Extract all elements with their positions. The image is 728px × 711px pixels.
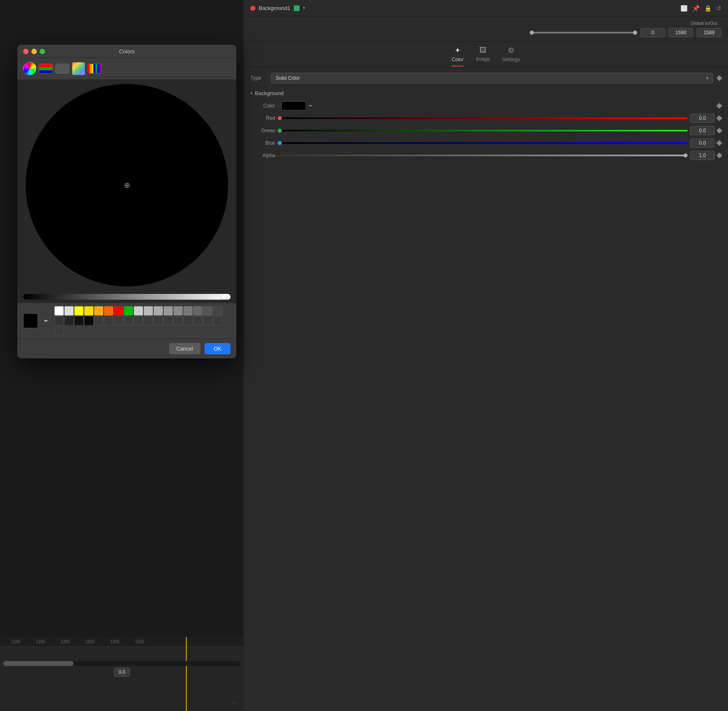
swatch-gray9[interactable]	[213, 306, 222, 315]
color-eyedropper-icon[interactable]: ✒	[309, 103, 313, 109]
swatch-empty13[interactable]	[213, 316, 222, 325]
cancel-button[interactable]: Cancel	[169, 343, 200, 354]
color-wheel-button[interactable]	[23, 62, 36, 75]
swatch-empty12[interactable]	[203, 316, 212, 325]
chevron-down-icon[interactable]: ▾	[303, 5, 305, 11]
swatch-empty6[interactable]	[144, 316, 153, 325]
dialog-eyedropper-icon[interactable]: ✒	[41, 316, 51, 326]
swatch-gray7[interactable]	[193, 306, 202, 315]
swatch-empty4[interactable]	[124, 316, 133, 325]
three-dots-button[interactable]: ...	[232, 698, 237, 704]
pin-icon[interactable]: 📌	[692, 5, 699, 12]
swatch-empty5[interactable]	[134, 316, 143, 325]
tab-image-label: Image	[476, 56, 490, 62]
swatch-green[interactable]	[124, 306, 133, 315]
type-select[interactable]: Solid Color ▾	[271, 73, 713, 84]
alpha-slider-thumb[interactable]	[683, 153, 688, 157]
refresh-icon[interactable]: ↺	[716, 5, 721, 12]
swatch-gray5[interactable]	[174, 306, 183, 315]
spectrum-button[interactable]	[72, 62, 85, 75]
red-slider-thumb[interactable]	[278, 116, 282, 120]
swatch-empty9[interactable]	[174, 316, 183, 325]
color-circle-area[interactable]: ⊕	[17, 80, 236, 291]
swatch-gray2[interactable]	[144, 306, 153, 315]
tab-color[interactable]: ✦ Color	[452, 46, 464, 67]
ok-button[interactable]: OK	[205, 343, 231, 354]
red-slider-track[interactable]	[278, 117, 688, 119]
green-slider-thumb[interactable]	[278, 129, 282, 133]
brightness-thumb[interactable]	[221, 294, 227, 300]
swatch-empty10[interactable]	[183, 316, 193, 325]
global-inout-section: Global In/Out 0 1590 1589	[244, 17, 728, 42]
swatch-empty1[interactable]	[94, 316, 103, 325]
swatch-orange[interactable]	[94, 306, 103, 315]
window-icon[interactable]: ⬜	[680, 5, 688, 12]
blue-value[interactable]: 0.0	[690, 138, 715, 148]
maximize-button[interactable]	[40, 49, 45, 54]
color-expand-icon[interactable]: ›	[278, 104, 279, 108]
swatch-gray8[interactable]	[203, 306, 212, 315]
section-background: ▾ Background	[250, 90, 721, 96]
swatch-empty11[interactable]	[193, 316, 202, 325]
swatch-darkorange[interactable]	[104, 306, 113, 315]
inout-value-mid[interactable]: 1590	[669, 28, 693, 37]
ruler-mark-1350: 1350	[127, 639, 152, 644]
swatch-lightgray[interactable]	[64, 306, 74, 315]
swatch-gray4[interactable]	[164, 306, 173, 315]
swatches-button[interactable]	[55, 64, 69, 74]
inout-value-left[interactable]: 0	[640, 28, 665, 37]
sliders-button[interactable]	[39, 64, 53, 74]
blue-diamond-icon	[716, 140, 722, 146]
red-slider-row: Red 0.0	[250, 114, 721, 123]
dialog-titlebar: Colors	[17, 45, 236, 58]
color-circle[interactable]: ⊕	[26, 84, 228, 286]
swatch-yellow[interactable]	[74, 306, 83, 315]
red-value[interactable]: 0.0	[690, 114, 715, 123]
section-chevron[interactable]: ▾	[250, 91, 252, 95]
swatch-empty7[interactable]	[154, 316, 163, 325]
blue-slider-thumb[interactable]	[278, 141, 282, 145]
timeline-value-box[interactable]: 0.0	[114, 668, 130, 677]
inout-track[interactable]	[530, 32, 637, 33]
color-preview-swatch[interactable]	[281, 101, 306, 110]
color-prop-row: Color › ✒	[250, 101, 721, 110]
minimize-button[interactable]	[31, 49, 37, 54]
swatch-gray6[interactable]	[183, 306, 193, 315]
swatch-gray12[interactable]	[74, 316, 83, 325]
tab-image[interactable]: 🖼 Image	[476, 46, 490, 67]
green-slider-track[interactable]	[278, 130, 688, 131]
swatch-empty14[interactable]	[55, 326, 64, 335]
alpha-slider-track[interactable]	[278, 155, 688, 156]
brightness-track[interactable]	[23, 294, 231, 300]
blue-slider-row: Blue 0.0	[250, 138, 721, 148]
swatch-red[interactable]	[114, 306, 123, 315]
pencils-button[interactable]	[88, 64, 102, 74]
inout-thumb-left[interactable]	[530, 31, 534, 35]
timeline-scroll-thumb[interactable]	[3, 661, 74, 666]
swatch-gray10[interactable]	[55, 316, 64, 325]
ruler-mark-1250: 1250	[78, 639, 102, 644]
timeline-track	[0, 647, 244, 659]
swatch-empty3[interactable]	[114, 316, 123, 325]
inout-value-right[interactable]: 1589	[697, 28, 721, 37]
lock-icon[interactable]: 🔒	[704, 5, 711, 12]
swatch-gold[interactable]	[84, 306, 93, 315]
swatch-empty2[interactable]	[104, 316, 113, 325]
blue-slider-track[interactable]	[278, 142, 688, 144]
timeline-scrollbar[interactable]	[3, 661, 240, 666]
close-button[interactable]	[23, 49, 29, 54]
swatch-empty8[interactable]	[164, 316, 173, 325]
inout-thumb-right[interactable]	[633, 31, 637, 35]
timeline-playhead[interactable]	[186, 637, 187, 647]
swatch-gray3[interactable]	[154, 306, 163, 315]
green-diamond-icon	[716, 128, 722, 134]
swatch-nearblack[interactable]	[84, 316, 93, 325]
alpha-value[interactable]: 1.0	[690, 151, 715, 160]
swatch-gray11[interactable]	[64, 316, 74, 325]
green-value[interactable]: 0.0	[690, 126, 715, 135]
tab-settings[interactable]: ⚙ Settings	[502, 46, 520, 67]
current-color-swatch[interactable]	[23, 313, 38, 328]
ruler-mark-1300: 1300	[102, 639, 127, 644]
swatch-white[interactable]	[55, 306, 64, 315]
swatch-gray1[interactable]	[134, 306, 143, 315]
